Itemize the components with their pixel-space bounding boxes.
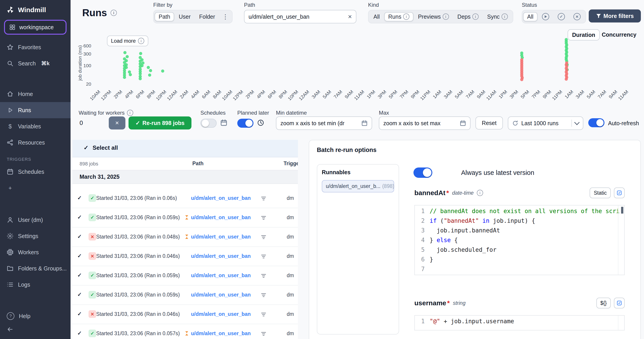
sidebar-item-runs[interactable]: Runs [0, 102, 70, 118]
run-path-link[interactable]: u/dm/alert_on_user_ban [191, 214, 251, 220]
run-path-link[interactable]: u/dm/alert_on_user_ban [191, 253, 251, 259]
latest-version-toggle[interactable] [414, 167, 432, 178]
min-datetime-input[interactable]: zoom x axis to set min (dr [276, 116, 372, 130]
scatter-point[interactable] [125, 66, 128, 69]
run-row[interactable]: ✓ ✓ Started 31/03, 23:06 (Ran in 0.059s)… [72, 208, 298, 227]
scatter-point[interactable] [161, 70, 164, 73]
row-checkbox[interactable]: ✓ [77, 214, 82, 220]
scatter-point[interactable] [123, 76, 126, 79]
scatter-point[interactable] [139, 52, 142, 55]
row-checkbox[interactable]: ✓ [77, 330, 82, 336]
scatter-point[interactable] [520, 78, 523, 81]
runnable-item[interactable]: u/dm/alert_on_user_b... (898) [322, 180, 394, 192]
scatter-point[interactable] [125, 59, 128, 62]
scatter-point[interactable] [141, 61, 144, 65]
filter-lines-icon[interactable] [261, 311, 266, 317]
calendar-icon[interactable] [361, 120, 368, 126]
runnable-count: (898) [382, 183, 394, 189]
bannedat-code-editor[interactable]: 1// bannedAt does not exist on all versi… [414, 205, 625, 275]
run-path-link[interactable]: u/dm/alert_on_user_ban [191, 292, 251, 298]
clock-icon[interactable] [257, 119, 264, 126]
schedules-toggle[interactable] [200, 119, 216, 128]
run-row[interactable]: ✓ × Started 31/03, 23:06 (Ran in 0.046s)… [72, 247, 298, 266]
calendar-icon[interactable] [220, 119, 228, 126]
scatter-point[interactable] [140, 64, 144, 67]
filter-lines-icon[interactable] [261, 254, 266, 259]
sidebar-item-workers[interactable]: Workers [0, 244, 70, 260]
scatter-point[interactable] [140, 58, 144, 61]
row-checkbox[interactable]: ✓ [77, 253, 82, 259]
x-axis-tick: 4PM [256, 89, 266, 100]
workspace-switcher[interactable]: workingspace [4, 20, 66, 35]
scatter-point[interactable] [148, 74, 151, 77]
run-path-link[interactable]: u/dm/alert_on_user_ban [191, 234, 251, 240]
x-axis-tick: 11PM [419, 89, 432, 101]
scatter-point[interactable] [147, 66, 150, 69]
sidebar-item-search[interactable]: Search ⌘k [0, 55, 70, 72]
sidebar-item-logs[interactable]: Logs [0, 276, 70, 293]
editor-scrollbar[interactable] [621, 207, 623, 214]
scatter-point[interactable] [129, 73, 132, 76]
scatter-point[interactable] [123, 51, 126, 54]
run-path-link[interactable]: u/dm/alert_on_user_ban [191, 330, 251, 336]
duration-scatter-chart[interactable]: 10AM12PM2PM4PM6PM8PM10PM12AM2AM4AM6AM8AM… [70, 0, 644, 103]
filter-lines-icon[interactable] [261, 331, 266, 337]
sidebar-item-folders-groups[interactable]: Folders & Groups... [0, 260, 70, 276]
run-row[interactable]: ✓ ✓ Started 31/03, 23:06 (Ran in 0.059s)… [72, 285, 298, 305]
planned-later-toggle[interactable] [237, 119, 254, 128]
run-path-link[interactable]: u/dm/alert_on_user_ban [191, 195, 251, 201]
field-name: bannedAt [414, 189, 445, 197]
row-checkbox[interactable]: ✓ [77, 195, 82, 201]
runnable-path: u/dm/alert_on_user_b... [326, 183, 380, 189]
scatter-point[interactable] [565, 78, 568, 81]
collapse-sidebar-button[interactable] [0, 324, 70, 339]
field-name: username [414, 299, 446, 307]
reset-button[interactable]: Reset [476, 116, 503, 130]
auto-refresh-toggle[interactable] [588, 118, 604, 127]
static-toggle-button[interactable]: Static [590, 187, 611, 198]
sidebar-add-trigger-button[interactable]: + [0, 180, 70, 196]
username-code-editor[interactable]: 1"@" + job.input.username [414, 315, 625, 330]
field-info-icon[interactable]: i [477, 190, 483, 196]
x-axis-tick: 1AM [564, 89, 574, 100]
app-logo[interactable]: Windmill [0, 0, 70, 18]
sidebar-item-resources[interactable]: Resources [0, 134, 70, 151]
code-editor-toggle-button[interactable] [614, 298, 625, 308]
filter-lines-icon[interactable] [261, 215, 266, 221]
template-toggle-button[interactable]: ${} [596, 298, 611, 308]
scatter-point[interactable] [126, 55, 129, 58]
row-checkbox[interactable]: ✓ [77, 233, 82, 240]
select-all-row[interactable]: ✓ Select all [72, 140, 298, 157]
run-row[interactable]: ✓ × Started 31/03, 23:06 (Ran in 0.046s)… [72, 305, 298, 324]
sidebar-item-help[interactable]: ? Help [0, 308, 70, 324]
row-checkbox[interactable]: ✓ [77, 272, 82, 278]
row-checkbox[interactable]: ✓ [77, 291, 82, 298]
sidebar-item-favorites[interactable]: Favorites [0, 39, 70, 55]
sidebar-item-home[interactable]: Home [0, 86, 70, 102]
filter-lines-icon[interactable] [261, 196, 266, 201]
code-editor-toggle-button[interactable] [614, 187, 625, 198]
scatter-point[interactable] [149, 69, 152, 72]
row-checkbox[interactable]: ✓ [77, 311, 82, 317]
x-icon: × [115, 119, 119, 127]
hourglass-icon [184, 234, 190, 240]
calendar-icon[interactable] [460, 120, 466, 126]
sidebar-item-schedules[interactable]: Schedules [0, 164, 70, 180]
run-path-link[interactable]: u/dm/alert_on_user_ban [191, 272, 251, 278]
sidebar-item-variables[interactable]: $ Variables [0, 118, 70, 134]
scatter-point[interactable] [139, 77, 142, 80]
run-path-link[interactable]: u/dm/alert_on_user_ban [191, 311, 251, 317]
run-row[interactable]: ✓ ✓ Started 31/03, 23:06 (Ran in 0.057s)… [72, 324, 298, 339]
runs-window-dropdown[interactable]: Last 1000 runs [508, 116, 583, 130]
filter-lines-icon[interactable] [261, 234, 266, 240]
run-row[interactable]: ✓ ✓ Started 31/03, 23:06 (Ran in 0.059s)… [72, 266, 298, 285]
sidebar-item-user[interactable]: User (dm) [0, 212, 70, 228]
sidebar-item-settings[interactable]: Settings [0, 228, 70, 244]
max-datetime-input[interactable]: zoom x axis to set max [379, 116, 470, 130]
deselect-all-button[interactable]: × [109, 116, 126, 130]
run-row[interactable]: ✓ × Started 31/03, 23:06 (Ran in 0.048s)… [72, 227, 298, 247]
filter-lines-icon[interactable] [261, 273, 266, 279]
rerun-jobs-button[interactable]: ✓ Re-run 898 jobs [128, 116, 192, 130]
filter-lines-icon[interactable] [261, 292, 266, 298]
run-row[interactable]: ✓ ✓ Started 31/03, 23:06 (Ran in 0.06s) … [72, 189, 298, 208]
